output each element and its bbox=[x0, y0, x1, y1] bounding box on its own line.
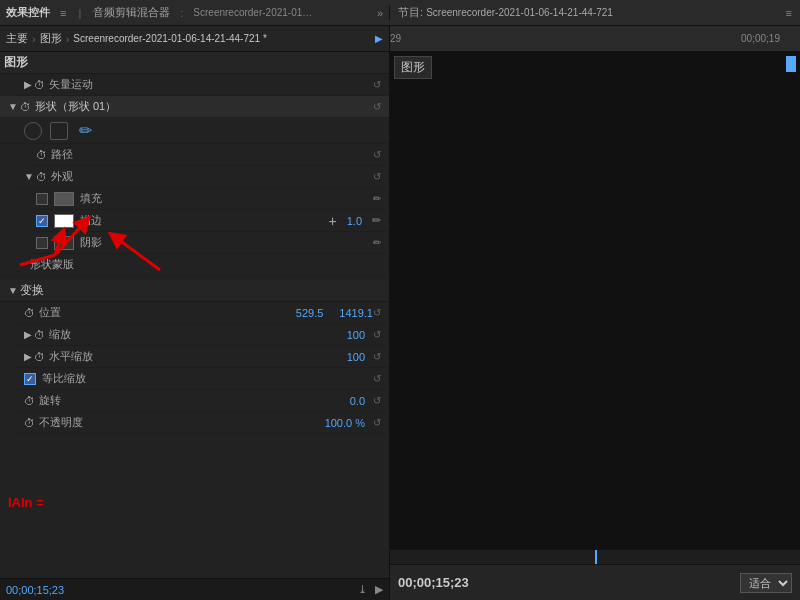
program-time-display[interactable]: 00;00;15;23 bbox=[398, 575, 469, 590]
transform-label: 变换 bbox=[20, 282, 44, 299]
breadcrumb: 主要 › 图形 › Screenrecorder-2021-01-06-14-2… bbox=[0, 26, 389, 52]
position-label: 位置 bbox=[39, 305, 296, 320]
shape-row[interactable]: ▼ ⏱ 形状（形状 01） ↺ bbox=[0, 96, 389, 118]
path-reset[interactable]: ↺ bbox=[373, 149, 381, 160]
path-row[interactable]: ⏱ 路径 ↺ bbox=[28, 144, 389, 166]
rotation-label: 旋转 bbox=[39, 393, 350, 408]
shadow-checkbox[interactable] bbox=[36, 237, 48, 249]
effect-content-area: 图形 ▶ ⏱ 矢量运动 ↺ ▼ ⏱ 形状（形状 01） ↺ ✏ bbox=[0, 52, 389, 578]
program-controls: 00;00;15;23 适合 bbox=[390, 564, 800, 600]
vector-motion-row[interactable]: ▶ ⏱ 矢量运动 ↺ bbox=[16, 74, 389, 96]
left-panel-header: 效果控件 ≡ | 音频剪辑混合器 : Screenrecorder-2021-0… bbox=[0, 5, 390, 20]
hscale-stopwatch[interactable]: ⏱ bbox=[34, 351, 45, 363]
opacity-reset[interactable]: ↺ bbox=[373, 417, 381, 428]
position-y[interactable]: 1419.1 bbox=[339, 307, 373, 319]
current-time[interactable]: 00;00;15;23 bbox=[6, 584, 64, 596]
shadow-color-swatch[interactable] bbox=[54, 236, 74, 250]
rotation-value[interactable]: 0.0 bbox=[350, 395, 365, 407]
audio-mixer-title[interactable]: 音频剪辑混合器 bbox=[93, 5, 170, 20]
breadcrumb-sep1: › bbox=[32, 33, 36, 45]
breadcrumb-main[interactable]: 主要 bbox=[6, 31, 28, 46]
timeline-playhead-marker bbox=[786, 56, 796, 72]
vector-motion-stopwatch[interactable]: ⏱ bbox=[34, 79, 45, 91]
path-stopwatch[interactable]: ⏱ bbox=[36, 149, 47, 161]
scale-stopwatch[interactable]: ⏱ bbox=[34, 329, 45, 341]
hscale-reset[interactable]: ↺ bbox=[373, 351, 381, 362]
breadcrumb-sep2: › bbox=[66, 33, 70, 45]
opacity-stopwatch[interactable]: ⏱ bbox=[24, 417, 35, 429]
appearance-stopwatch[interactable]: ⏱ bbox=[36, 171, 47, 183]
appearance-reset[interactable]: ↺ bbox=[373, 171, 381, 182]
rotation-reset[interactable]: ↺ bbox=[373, 395, 381, 406]
fill-color-swatch[interactable] bbox=[54, 192, 74, 206]
stroke-color-swatch[interactable] bbox=[54, 214, 74, 228]
appearance-label: 外观 bbox=[51, 169, 373, 184]
vector-motion-reset[interactable]: ↺ bbox=[373, 79, 381, 90]
uniform-scale-row: 等比缩放 ↺ bbox=[16, 368, 389, 390]
breadcrumb-layer[interactable]: Screenrecorder-2021-01-06-14-21-44-721 * bbox=[73, 33, 266, 44]
fit-select[interactable]: 适合 bbox=[740, 573, 792, 593]
time-marker-end: 00;00;19 bbox=[741, 33, 780, 44]
circle-shape-option[interactable] bbox=[24, 122, 42, 140]
vector-motion-expand: ▶ bbox=[24, 79, 32, 90]
form-mask-label: 形状蒙版 bbox=[30, 257, 365, 272]
appearance-expand: ▼ bbox=[24, 171, 34, 182]
shape-stopwatch[interactable]: ⏱ bbox=[20, 101, 31, 113]
opacity-value[interactable]: 100.0 % bbox=[325, 417, 365, 429]
program-menu-icon[interactable]: ≡ bbox=[786, 7, 792, 19]
fill-row: 填充 ✏ bbox=[28, 188, 389, 210]
hscale-label: 水平缩放 bbox=[49, 349, 347, 364]
hscale-value[interactable]: 100 bbox=[347, 351, 365, 363]
main-layout: 主要 › 图形 › Screenrecorder-2021-01-06-14-2… bbox=[0, 26, 800, 600]
fill-checkbox[interactable] bbox=[36, 193, 48, 205]
timeline-ruler-bar: 29 00;00;19 bbox=[390, 26, 800, 52]
appearance-row[interactable]: ▼ ⏱ 外观 ↺ bbox=[16, 166, 389, 188]
effect-controls-panel: 主要 › 图形 › Screenrecorder-2021-01-06-14-2… bbox=[0, 26, 390, 600]
program-figure-label: 图形 bbox=[394, 56, 432, 79]
position-x[interactable]: 529.5 bbox=[296, 307, 324, 319]
effect-controls-title: 效果控件 bbox=[6, 5, 50, 20]
shadow-label: 阴影 bbox=[80, 235, 367, 250]
panel-menu-icon[interactable]: ≡ bbox=[60, 7, 66, 19]
expand-icon[interactable]: » bbox=[377, 7, 383, 19]
fill-pencil-icon[interactable]: ✏ bbox=[373, 193, 381, 204]
shape-reset[interactable]: ↺ bbox=[373, 101, 381, 112]
scale-reset[interactable]: ↺ bbox=[373, 329, 381, 340]
export-frame-icon[interactable]: ⤓ bbox=[358, 583, 367, 596]
stroke-plus-icon[interactable]: + bbox=[329, 213, 337, 229]
rotation-row: ⏱ 旋转 0.0 ↺ bbox=[16, 390, 389, 412]
position-reset[interactable]: ↺ bbox=[373, 307, 381, 318]
scale-label: 缩放 bbox=[49, 327, 347, 342]
pen-shape-option[interactable]: ✏ bbox=[76, 122, 94, 140]
uniform-scale-checkbox[interactable] bbox=[24, 373, 36, 385]
form-mask-row: 形状蒙版 bbox=[0, 254, 389, 276]
scale-value[interactable]: 100 bbox=[347, 329, 365, 341]
opacity-row: ⏱ 不透明度 100.0 % ↺ bbox=[16, 412, 389, 434]
transform-section: ▼ 变换 ⏱ 位置 529.5 1419.1 ↺ ▶ ⏱ 缩放 100 bbox=[0, 280, 389, 434]
position-row: ⏱ 位置 529.5 1419.1 ↺ bbox=[16, 302, 389, 324]
stroke-eyedrop-icon[interactable]: ✏ bbox=[372, 214, 381, 227]
stroke-value[interactable]: 1.0 bbox=[347, 215, 362, 227]
shape-label: 形状（形状 01） bbox=[35, 99, 373, 114]
file-name-header: Screenrecorder-2021-01-06-14-21-44-721 bbox=[193, 7, 313, 18]
transform-header[interactable]: ▼ 变换 bbox=[0, 280, 389, 302]
path-label: 路径 bbox=[51, 147, 373, 162]
rotation-stopwatch[interactable]: ⏱ bbox=[24, 395, 35, 407]
shape-options-row: ✏ bbox=[0, 118, 389, 144]
shadow-pencil-icon[interactable]: ✏ bbox=[373, 237, 381, 248]
square-shape-option[interactable] bbox=[50, 122, 68, 140]
scale-expand: ▶ bbox=[24, 329, 32, 340]
stroke-checkbox[interactable] bbox=[36, 215, 48, 227]
scrub-bar[interactable] bbox=[390, 550, 800, 564]
shape-expand: ▼ bbox=[8, 101, 18, 112]
breadcrumb-arrow[interactable]: ▶ bbox=[375, 33, 383, 44]
breadcrumb-type[interactable]: 图形 bbox=[40, 31, 62, 46]
uniform-scale-reset[interactable]: ↺ bbox=[373, 373, 381, 384]
play-icon[interactable]: ▶ bbox=[375, 583, 383, 596]
playhead bbox=[595, 550, 597, 564]
uniform-scale-label: 等比缩放 bbox=[42, 371, 367, 386]
position-stopwatch[interactable]: ⏱ bbox=[24, 307, 35, 319]
stroke-row: 描边 + 1.0 ✏ bbox=[28, 210, 389, 232]
transform-expand: ▼ bbox=[8, 285, 18, 296]
hscale-expand: ▶ bbox=[24, 351, 32, 362]
